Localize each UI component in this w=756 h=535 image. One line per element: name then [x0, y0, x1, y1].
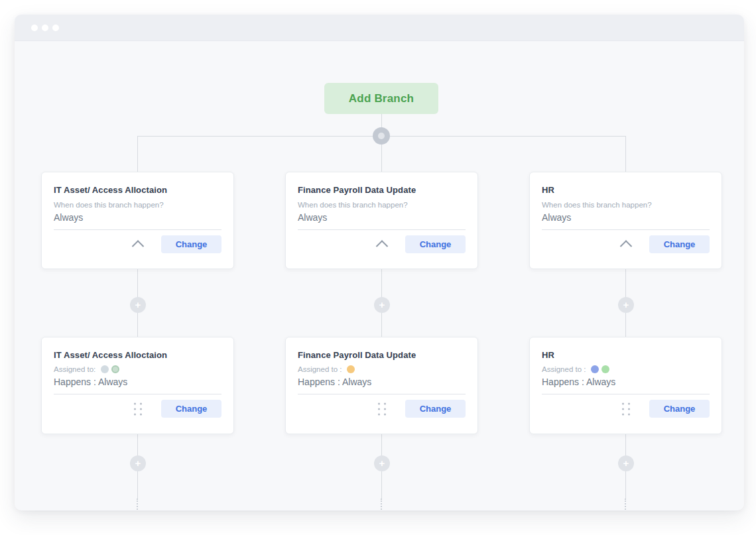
card-footer: Change	[298, 394, 466, 423]
page: Add Branch + + + + + + IT Asset/ Access …	[0, 0, 756, 535]
change-button[interactable]: Change	[161, 235, 221, 253]
add-step-button[interactable]: +	[130, 455, 146, 471]
assignee-avatar	[591, 365, 599, 373]
connector-line	[625, 136, 626, 172]
happens-value: Happens : Always	[542, 377, 710, 387]
assignee-avatar	[101, 365, 109, 373]
action-card: IT Asset/ Access Alloctaion Assigned to:…	[41, 337, 234, 434]
drag-handle-icon[interactable]	[622, 402, 630, 415]
add-step-button[interactable]: +	[130, 297, 146, 313]
add-step-button[interactable]: +	[374, 297, 390, 313]
happens-value: Happens : Always	[54, 377, 221, 387]
window-titlebar	[15, 15, 744, 41]
change-button[interactable]: Change	[405, 235, 466, 253]
card-footer: Change	[542, 230, 710, 259]
action-card: Finance Payroll Data Update Assigned to …	[285, 337, 478, 434]
assigned-row: Assigned to:	[54, 365, 221, 373]
card-footer: Change	[54, 230, 221, 259]
connector-line-dotted	[137, 499, 138, 510]
branch-question: When does this branch happen?	[54, 201, 221, 209]
assignee-avatar	[111, 365, 119, 373]
assigned-row: Assigned to :	[298, 365, 466, 373]
change-button[interactable]: Change	[405, 400, 466, 418]
browser-window: Add Branch + + + + + + IT Asset/ Access …	[15, 15, 744, 510]
change-button[interactable]: Change	[649, 235, 710, 253]
card-footer: Change	[542, 394, 710, 423]
branch-value: Always	[54, 212, 221, 223]
branch-question: When does this branch happen?	[298, 201, 466, 209]
add-step-button[interactable]: +	[618, 455, 634, 471]
card-title: Finance Payroll Data Update	[298, 185, 466, 195]
change-button[interactable]: Change	[161, 400, 221, 418]
drag-handle-icon[interactable]	[134, 402, 142, 415]
card-title: IT Asset/ Access Alloctaion	[54, 350, 221, 360]
card-title: IT Asset/ Access Alloctaion	[54, 185, 221, 195]
card-title: HR	[542, 350, 710, 360]
happens-value: Happens : Always	[298, 377, 466, 387]
chevron-up-icon[interactable]	[131, 240, 143, 252]
chevron-up-icon[interactable]	[375, 240, 387, 252]
add-step-button[interactable]: +	[618, 297, 634, 313]
branch-card: Finance Payroll Data Update When does th…	[285, 172, 478, 269]
connector-line-dotted	[381, 499, 382, 510]
assigned-row: Assigned to :	[542, 365, 710, 373]
card-footer: Change	[54, 394, 221, 423]
assignee-avatar	[601, 365, 609, 373]
assigned-label: Assigned to :	[542, 365, 586, 373]
card-title: HR	[542, 185, 710, 195]
assigned-label: Assigned to :	[298, 365, 342, 373]
traffic-light-icon	[52, 25, 59, 31]
add-branch-button[interactable]: Add Branch	[324, 83, 438, 114]
branch-node-icon	[373, 127, 390, 145]
chevron-up-icon[interactable]	[619, 240, 631, 252]
branch-value: Always	[542, 212, 710, 223]
branch-value: Always	[298, 212, 466, 223]
card-footer: Change	[298, 230, 466, 259]
branch-question: When does this branch happen?	[542, 201, 710, 209]
assigned-label: Assigned to:	[54, 365, 95, 373]
traffic-light-icon	[31, 25, 38, 31]
connector-line-dotted	[625, 499, 626, 510]
branch-card: IT Asset/ Access Alloctaion When does th…	[41, 172, 234, 269]
traffic-light-icon	[42, 25, 48, 31]
add-step-button[interactable]: +	[374, 455, 390, 471]
drag-handle-icon[interactable]	[378, 402, 386, 415]
card-title: Finance Payroll Data Update	[298, 350, 466, 360]
action-card: HR Assigned to : Happens : Always Change	[529, 337, 722, 434]
branch-card: HR When does this branch happen? Always …	[529, 172, 722, 269]
assignee-avatar	[347, 365, 355, 373]
connector-line	[137, 136, 138, 172]
change-button[interactable]: Change	[649, 400, 710, 418]
